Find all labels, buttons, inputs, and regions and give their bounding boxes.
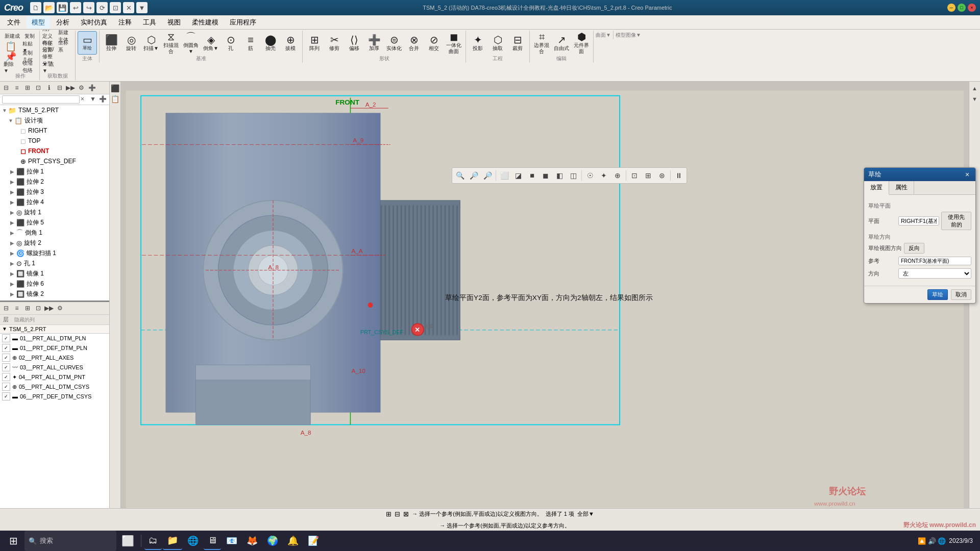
down-arrow-btn[interactable]: ▼ (136, 2, 148, 13)
maximize-btn[interactable]: □ (958, 4, 966, 12)
btn-element[interactable]: ⬢ 元件界面 (572, 31, 591, 55)
left-icon-1[interactable]: ⬛ (111, 84, 120, 93)
vt-transp[interactable]: ◫ (567, 169, 580, 182)
panel-more-btn[interactable]: ▶▶ (65, 83, 76, 93)
panel-filter-btn[interactable]: ⊟ (1, 83, 11, 93)
dialog-tab-place[interactable]: 放置 (864, 181, 889, 195)
taskbar-app-notes[interactable]: 📝 (304, 532, 323, 550)
layer-item-6[interactable]: ✓ ⊕ 05__PRT_ALL_DTM_CSYS (0, 382, 109, 392)
taskbar-app-browser1[interactable]: 🌐 (183, 532, 203, 550)
status-icon-2[interactable]: ⊟ (395, 510, 400, 518)
expand-root[interactable]: ▼ (2, 108, 8, 113)
expand-ext6[interactable]: ▶ (10, 281, 16, 287)
expand-ext2[interactable]: ▶ (10, 179, 16, 185)
vt-annot[interactable]: ⊞ (642, 169, 655, 182)
start-btn[interactable]: ⊞ (3, 531, 23, 551)
vt-3d[interactable]: ⊛ (655, 169, 669, 182)
layer-vis-4[interactable]: ✓ (2, 363, 10, 371)
open-btn[interactable]: 📂 (43, 2, 55, 13)
ref-input[interactable] (898, 257, 971, 265)
taskbar-app-firefox[interactable]: 🦊 (242, 532, 262, 550)
expand-cham1[interactable]: ▶ (10, 230, 16, 236)
menu-simulation[interactable]: 实时仿真 (76, 16, 112, 29)
taskbar-app-mail[interactable]: 📧 (222, 532, 241, 550)
tree-item-ext1[interactable]: ▶ ⬛ 拉伸 1 (0, 166, 109, 177)
vt-pause[interactable]: ⏸ (672, 169, 685, 182)
layer-more-btn[interactable]: ▶▶ (44, 303, 54, 313)
panel-grid-btn[interactable]: ⊞ (22, 83, 33, 93)
taskbar-app-explorer[interactable]: 📁 (163, 532, 182, 550)
btn-delete[interactable]: 删除▼ (3, 62, 18, 72)
minimize-btn[interactable]: ─ (947, 4, 955, 12)
menu-view[interactable]: 视图 (162, 16, 186, 29)
close-tab-btn[interactable]: ✕ (123, 2, 134, 13)
rmp-1[interactable]: ▲ (970, 84, 979, 93)
dialog-ok-btn[interactable]: 草绘 (927, 289, 948, 300)
btn-rib[interactable]: ≡ 筋 (241, 31, 260, 55)
layer-item-3[interactable]: ✓ ⊕ 02__PRT_ALL_AXES (0, 353, 109, 363)
rmp-2[interactable]: ▼ (970, 94, 979, 104)
more-btn[interactable]: ⊡ (110, 2, 121, 13)
vt-light[interactable]: ☉ (583, 169, 597, 182)
layer-item-7[interactable]: ✓ ▬ 06__PRT_DEF_DTM_CSYS (0, 392, 109, 402)
vt-orient[interactable]: 🔍 (453, 169, 467, 182)
plane-input[interactable] (898, 216, 939, 226)
expand-rev1[interactable]: ▶ (10, 210, 16, 215)
tree-item-cham1[interactable]: ▶ ⌒ 倒角 1 (0, 228, 109, 238)
layer-vis-5[interactable]: ✓ (2, 373, 10, 381)
panel-add-btn[interactable]: ➕ (87, 83, 97, 93)
taskbar-app-notify[interactable]: 🔔 (283, 532, 303, 550)
btn-hole[interactable]: ⊙ 孔 (221, 31, 240, 55)
layer-item-1[interactable]: ✓ ▬ 01__PRT_ALL_DTM_PLN (0, 334, 109, 343)
layer-attr-btn[interactable]: ⊡ (33, 303, 43, 313)
menu-analysis[interactable]: 分析 (51, 16, 75, 29)
tree-item-hel1[interactable]: ▶ 🌀 螺旋扫描 1 (0, 248, 109, 258)
taskbar-clock[interactable]: 2023/9/3 (949, 537, 973, 544)
tree-item-root[interactable]: ▼ 📁 TSM_5_2.PRT (0, 105, 109, 115)
expand-ext1[interactable]: ▶ (10, 169, 16, 174)
use-prev-btn[interactable]: 使用先前的 (941, 212, 971, 230)
btn-blend[interactable]: ⧖ 扫描混合 (161, 31, 181, 55)
vt-wire[interactable]: ⬜ (498, 169, 511, 182)
btn-extrude[interactable]: ⬛ 拉伸 (102, 31, 121, 55)
tree-item-ext6[interactable]: ▶ ⬛ 拉伸 6 (0, 279, 109, 289)
btn-thicken[interactable]: ➕ 加厚 (364, 31, 384, 55)
expand-hole1[interactable]: ▶ (10, 261, 16, 266)
vt-zoom-out[interactable]: 🔎 (481, 169, 494, 182)
dialog-close-btn[interactable]: × (963, 170, 971, 179)
btn-chamfer[interactable]: ◈ 倒角▼ (201, 31, 220, 55)
btn-new-geom[interactable]: 新建成 (3, 31, 21, 41)
undo-btn[interactable]: ↩ (70, 2, 81, 13)
tree-item-right[interactable]: ◻ RIGHT (0, 126, 109, 136)
btn-round[interactable]: ⌒ 倒圆角▼ (181, 31, 201, 55)
layer-vis-7[interactable]: ✓ (2, 392, 10, 400)
tree-item-ext4[interactable]: ▶ ⬛ 拉伸 4 (0, 197, 109, 207)
expand-ext3[interactable]: ▶ (10, 189, 16, 195)
menu-app[interactable]: 应用程序 (225, 16, 261, 29)
vt-shade[interactable]: ◼ (539, 169, 552, 182)
vt-section[interactable]: ⊕ (611, 169, 624, 182)
btn-merge[interactable]: ⊗ 合并 (404, 31, 424, 55)
layer-list-btn[interactable]: ≡ (12, 303, 22, 313)
expand-rev2[interactable]: ▶ (10, 240, 16, 246)
btn-bound[interactable]: ⌗ 边界混合 (532, 31, 551, 55)
btn-shrink[interactable]: 收缩包络 (22, 62, 37, 72)
layer-filter-btn[interactable]: ⊟ (1, 303, 11, 313)
tree-item-csys[interactable]: ⊕ PRT_CSYS_DEF (0, 156, 109, 166)
tree-item-rev2[interactable]: ▶ ◎ 旋转 2 (0, 238, 109, 248)
save-btn[interactable]: 💾 (57, 2, 68, 13)
layer-vis-6[interactable]: ✓ (2, 383, 10, 391)
vt-datum[interactable]: ⊡ (628, 169, 641, 182)
search-input[interactable] (2, 95, 80, 104)
layer-vis-1[interactable]: ✓ (2, 334, 10, 342)
panel-attr-btn[interactable]: ⊡ (33, 83, 43, 93)
menu-flex[interactable]: 柔性建模 (187, 16, 224, 29)
layer-expand-btn[interactable]: ▼ (2, 326, 7, 332)
menu-file[interactable]: 文件 (2, 16, 26, 29)
vt-zoom-in[interactable]: 🔎 (467, 169, 480, 182)
close-btn[interactable]: × (968, 4, 976, 12)
vt-persp[interactable]: ✦ (597, 169, 610, 182)
tree-item-hole1[interactable]: ▶ ⊙ 孔 1 (0, 258, 109, 268)
layer-item-4[interactable]: ✓ 〰 03__PRT_ALL_CURVES (0, 363, 109, 372)
search-btn[interactable]: 🔍 搜索 (24, 531, 116, 551)
